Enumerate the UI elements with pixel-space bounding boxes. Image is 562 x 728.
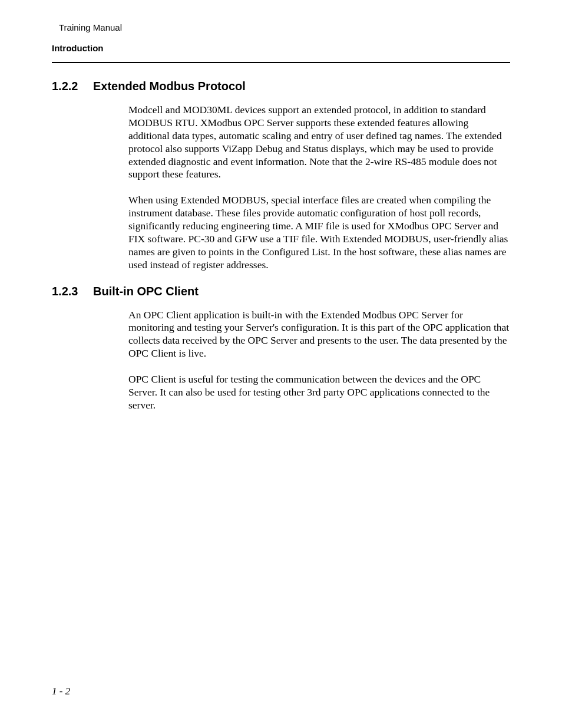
section-body-1: Modcell and MOD30ML devices support an e…	[52, 104, 510, 272]
section-body-2: An OPC Client application is built-in wi…	[52, 309, 510, 412]
section-number: 1.2.2	[52, 80, 82, 93]
paragraph: Modcell and MOD30ML devices support an e…	[128, 104, 510, 181]
paragraph: When using Extended MODBUS, special inte…	[128, 194, 510, 271]
paragraph: An OPC Client application is built-in wi…	[128, 309, 510, 361]
section-heading-1: 1.2.2 Extended Modbus Protocol	[52, 80, 510, 93]
page-number: 1 - 2	[52, 686, 70, 697]
page-container: Training Manual Introduction 1.2.2 Exten…	[0, 0, 562, 412]
section-title: Extended Modbus Protocol	[93, 80, 246, 93]
section-heading-2: 1.2.3 Built-in OPC Client	[52, 285, 510, 298]
section-number: 1.2.3	[52, 285, 82, 298]
paragraph: OPC Client is useful for testing the com…	[128, 373, 510, 412]
chapter-title: Introduction	[52, 43, 510, 53]
section-title: Built-in OPC Client	[93, 285, 199, 298]
header-divider	[52, 62, 510, 63]
document-title: Training Manual	[52, 22, 510, 32]
